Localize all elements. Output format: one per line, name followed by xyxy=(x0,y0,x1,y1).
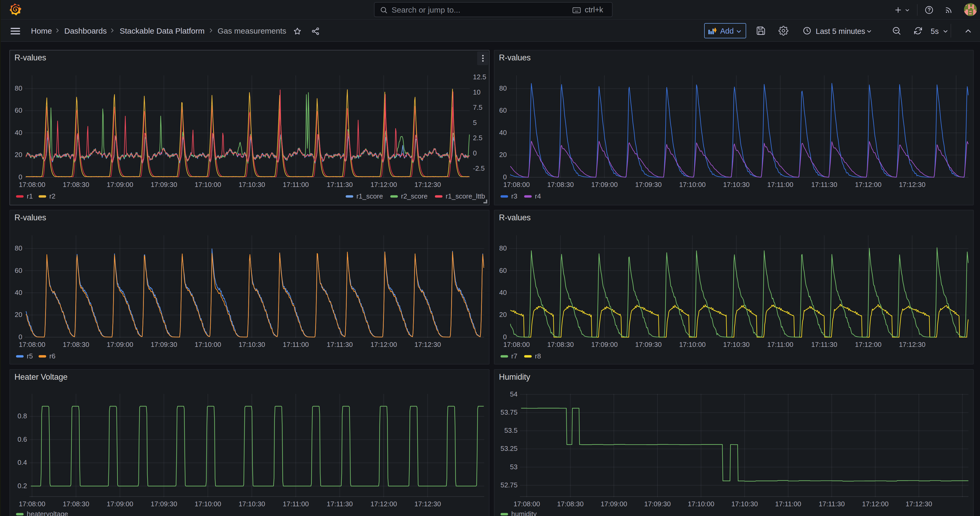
svg-text:17:09:30: 17:09:30 xyxy=(635,341,662,349)
svg-text:17:12:30: 17:12:30 xyxy=(899,181,926,188)
svg-text:60: 60 xyxy=(15,106,22,114)
svg-text:0.4: 0.4 xyxy=(18,459,27,467)
svg-text:17:11:30: 17:11:30 xyxy=(811,181,837,188)
svg-text:17:12:30: 17:12:30 xyxy=(414,181,441,188)
svg-text:40: 40 xyxy=(499,288,507,296)
svg-text:17:09:00: 17:09:00 xyxy=(107,181,133,188)
svg-text:0.2: 0.2 xyxy=(18,482,27,490)
svg-text:heatervoltage: heatervoltage xyxy=(27,510,68,516)
svg-text:r5: r5 xyxy=(27,352,33,360)
svg-text:r1_score: r1_score xyxy=(356,192,383,200)
svg-text:17:09:00: 17:09:00 xyxy=(107,500,133,508)
svg-text:12.5: 12.5 xyxy=(473,73,486,81)
svg-text:17:08:00: 17:08:00 xyxy=(19,341,45,349)
svg-text:r1: r1 xyxy=(27,192,33,200)
svg-text:17:10:00: 17:10:00 xyxy=(687,500,714,508)
svg-text:17:09:00: 17:09:00 xyxy=(591,341,617,349)
svg-text:17:10:00: 17:10:00 xyxy=(194,341,221,349)
svg-text:17:12:00: 17:12:00 xyxy=(370,500,397,508)
svg-text:r8: r8 xyxy=(535,352,541,360)
svg-text:17:11:30: 17:11:30 xyxy=(811,341,837,349)
svg-text:53.75: 53.75 xyxy=(501,408,517,416)
svg-text:17:10:00: 17:10:00 xyxy=(194,181,221,188)
svg-text:54: 54 xyxy=(510,390,517,398)
svg-text:17:11:30: 17:11:30 xyxy=(327,341,353,349)
svg-text:r4: r4 xyxy=(535,192,541,200)
svg-text:-2.5: -2.5 xyxy=(473,164,485,172)
svg-text:r2: r2 xyxy=(49,192,56,200)
svg-text:10: 10 xyxy=(473,88,480,96)
svg-text:r2_score: r2_score xyxy=(401,192,428,200)
svg-text:60: 60 xyxy=(15,266,22,274)
svg-text:17:11:00: 17:11:00 xyxy=(283,500,309,508)
svg-text:20: 20 xyxy=(15,151,22,159)
svg-text:0.8: 0.8 xyxy=(18,412,27,420)
svg-text:17:09:30: 17:09:30 xyxy=(151,500,177,508)
svg-text:17:10:30: 17:10:30 xyxy=(723,341,749,349)
svg-text:17:08:30: 17:08:30 xyxy=(557,500,584,508)
svg-text:r6: r6 xyxy=(49,352,56,360)
svg-text:17:08:30: 17:08:30 xyxy=(547,341,574,349)
svg-text:17:10:30: 17:10:30 xyxy=(239,341,265,349)
svg-text:17:09:00: 17:09:00 xyxy=(107,341,133,349)
svg-text:0: 0 xyxy=(473,149,477,157)
svg-text:17:08:00: 17:08:00 xyxy=(503,341,530,349)
svg-text:20: 20 xyxy=(499,151,507,159)
svg-text:17:11:30: 17:11:30 xyxy=(327,181,353,188)
svg-text:80: 80 xyxy=(15,244,22,252)
svg-text:17:12:00: 17:12:00 xyxy=(855,181,881,188)
svg-text:r7: r7 xyxy=(511,352,517,360)
svg-text:17:12:30: 17:12:30 xyxy=(905,500,932,508)
svg-text:17:10:00: 17:10:00 xyxy=(679,341,705,349)
svg-text:17:08:30: 17:08:30 xyxy=(63,341,89,349)
svg-text:17:11:00: 17:11:00 xyxy=(283,341,309,349)
svg-text:17:09:00: 17:09:00 xyxy=(591,181,617,188)
svg-text:40: 40 xyxy=(15,288,22,296)
svg-text:17:10:00: 17:10:00 xyxy=(194,500,221,508)
svg-text:53.5: 53.5 xyxy=(504,427,517,434)
svg-text:20: 20 xyxy=(499,311,507,319)
svg-text:17:12:00: 17:12:00 xyxy=(855,341,881,349)
svg-text:17:12:30: 17:12:30 xyxy=(414,500,441,508)
svg-text:17:11:00: 17:11:00 xyxy=(775,500,801,508)
svg-text:80: 80 xyxy=(15,84,22,92)
svg-text:17:10:00: 17:10:00 xyxy=(679,181,705,188)
svg-text:2.5: 2.5 xyxy=(473,134,482,142)
svg-text:17:12:30: 17:12:30 xyxy=(899,341,926,349)
svg-text:17:09:30: 17:09:30 xyxy=(151,181,177,188)
svg-text:0: 0 xyxy=(19,333,22,341)
svg-text:17:09:30: 17:09:30 xyxy=(151,341,177,349)
svg-text:60: 60 xyxy=(499,106,507,114)
svg-text:40: 40 xyxy=(15,129,22,137)
svg-text:17:10:30: 17:10:30 xyxy=(239,500,265,508)
svg-text:53.25: 53.25 xyxy=(501,444,517,452)
svg-text:5: 5 xyxy=(473,119,477,127)
svg-text:17:12:00: 17:12:00 xyxy=(862,500,888,508)
svg-text:0: 0 xyxy=(19,173,22,181)
svg-text:17:12:00: 17:12:00 xyxy=(370,181,397,188)
svg-text:60: 60 xyxy=(499,266,507,274)
svg-text:0: 0 xyxy=(503,333,507,341)
svg-text:r1_score_lttb: r1_score_lttb xyxy=(445,192,485,200)
svg-text:17:08:30: 17:08:30 xyxy=(63,181,89,188)
svg-text:80: 80 xyxy=(499,84,507,92)
svg-text:17:10:30: 17:10:30 xyxy=(723,181,749,188)
svg-text:17:08:00: 17:08:00 xyxy=(513,500,540,508)
svg-text:17:08:30: 17:08:30 xyxy=(547,181,574,188)
svg-text:17:10:30: 17:10:30 xyxy=(731,500,758,508)
svg-text:17:12:00: 17:12:00 xyxy=(370,341,397,349)
svg-text:17:08:30: 17:08:30 xyxy=(63,500,89,508)
svg-text:0: 0 xyxy=(503,173,507,181)
svg-text:17:10:30: 17:10:30 xyxy=(239,181,265,188)
svg-text:7.5: 7.5 xyxy=(473,104,482,111)
svg-text:52.75: 52.75 xyxy=(501,481,517,489)
svg-text:17:11:00: 17:11:00 xyxy=(767,181,793,188)
svg-text:17:11:00: 17:11:00 xyxy=(283,181,309,188)
svg-text:17:09:00: 17:09:00 xyxy=(600,500,627,508)
svg-text:17:11:30: 17:11:30 xyxy=(327,500,353,508)
svg-text:humidity: humidity xyxy=(511,510,537,516)
svg-text:17:09:30: 17:09:30 xyxy=(644,500,671,508)
svg-text:r3: r3 xyxy=(511,192,517,200)
svg-text:40: 40 xyxy=(499,129,507,137)
svg-text:17:08:00: 17:08:00 xyxy=(19,500,45,508)
